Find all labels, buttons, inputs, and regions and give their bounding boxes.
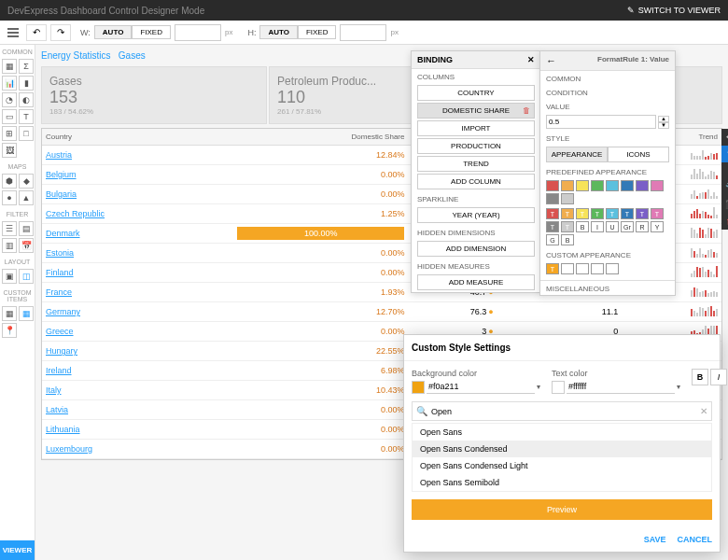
font-search-input[interactable] bbox=[431, 407, 696, 416]
sb-card-icon[interactable]: ▭ bbox=[2, 109, 17, 124]
swatch[interactable] bbox=[546, 193, 559, 204]
tab-appearance[interactable]: APPEARANCE bbox=[546, 147, 608, 162]
tab-icons[interactable]: ICONS bbox=[608, 147, 669, 162]
close-icon[interactable]: ✕ bbox=[527, 55, 535, 64]
sb-map1-icon[interactable]: ⬢ bbox=[2, 174, 17, 189]
tc-swatch[interactable] bbox=[552, 381, 565, 394]
add-dim-button[interactable]: ADD DIMENSION bbox=[417, 241, 535, 257]
bg-input[interactable] bbox=[427, 380, 535, 394]
undo-button[interactable]: ↶ bbox=[26, 24, 47, 41]
menu-icon[interactable] bbox=[4, 24, 22, 41]
width-mode[interactable]: AUTO FIXED bbox=[94, 25, 171, 39]
binding-item[interactable]: IMPORT bbox=[417, 120, 535, 136]
gt-sort-icon[interactable]: ↕ bbox=[721, 162, 728, 179]
redo-button[interactable]: ↷ bbox=[50, 24, 71, 41]
clear-icon[interactable]: ✕ bbox=[700, 406, 707, 416]
font-option[interactable]: Open Sans Condensed Light bbox=[413, 457, 711, 474]
swatch[interactable]: T bbox=[576, 208, 589, 219]
step-up[interactable]: ▲ bbox=[658, 116, 669, 122]
col-header[interactable]: Country bbox=[42, 129, 233, 146]
binding-item[interactable]: TREND bbox=[417, 156, 535, 172]
custom-swatch[interactable]: T bbox=[546, 263, 559, 274]
sb-img-icon[interactable]: 🖼 bbox=[2, 143, 17, 158]
swatch[interactable] bbox=[561, 193, 574, 204]
sb-c3-icon[interactable]: 📍 bbox=[2, 323, 17, 338]
sb-sigma-icon[interactable]: Σ bbox=[19, 59, 34, 74]
text-swatch[interactable]: Y bbox=[651, 221, 664, 232]
binding-item[interactable]: PRODUCTION bbox=[417, 138, 535, 154]
sb-l2-icon[interactable]: ◫ bbox=[19, 269, 34, 284]
swatch[interactable] bbox=[651, 180, 664, 191]
dropdown-icon[interactable]: ▾ bbox=[537, 383, 540, 391]
swatch[interactable] bbox=[591, 180, 604, 191]
italic-button[interactable]: I bbox=[710, 369, 727, 385]
cancel-button[interactable]: CANCEL bbox=[678, 535, 713, 544]
empty-swatch[interactable] bbox=[606, 263, 619, 274]
text-swatch[interactable]: G bbox=[546, 234, 559, 245]
gt-del2-icon[interactable]: 🗑 bbox=[721, 213, 728, 230]
add-measure-button[interactable]: ADD MEASURE bbox=[417, 274, 535, 290]
sb-pie-icon[interactable]: ◔ bbox=[2, 92, 17, 107]
kpi-card[interactable]: Gases153183 / 54.62% bbox=[41, 66, 267, 124]
sb-map4-icon[interactable]: ▲ bbox=[19, 190, 34, 205]
swatch[interactable]: T bbox=[546, 221, 559, 232]
text-swatch[interactable]: Gr bbox=[621, 221, 634, 232]
text-swatch[interactable]: B bbox=[576, 221, 589, 232]
empty-swatch[interactable] bbox=[561, 263, 574, 274]
text-swatch[interactable]: B bbox=[561, 234, 574, 245]
bold-button[interactable]: B bbox=[692, 369, 708, 385]
empty-swatch[interactable] bbox=[576, 263, 589, 274]
height-input[interactable] bbox=[340, 24, 386, 41]
back-icon[interactable]: ← bbox=[546, 55, 556, 66]
swatch[interactable]: T bbox=[561, 221, 574, 232]
step-down[interactable]: ▼ bbox=[658, 122, 669, 129]
binding-item[interactable]: COUNTRY bbox=[417, 85, 535, 101]
swatch[interactable] bbox=[561, 180, 574, 191]
sb-f2-icon[interactable]: ▤ bbox=[19, 221, 34, 236]
dropdown-icon[interactable]: ▾ bbox=[677, 383, 680, 391]
bg-swatch[interactable] bbox=[412, 381, 425, 394]
sb-f1-icon[interactable]: ☰ bbox=[2, 221, 17, 236]
sb-l1-icon[interactable]: ▣ bbox=[2, 269, 17, 284]
swatch[interactable]: T bbox=[651, 208, 664, 219]
sb-gauge-icon[interactable]: ◐ bbox=[19, 92, 34, 107]
sb-bar-icon[interactable]: 📊 bbox=[2, 76, 17, 91]
swatch[interactable]: T bbox=[561, 208, 574, 219]
swatch[interactable] bbox=[621, 180, 634, 191]
sb-chart-icon[interactable]: ▮ bbox=[19, 76, 34, 91]
save-button[interactable]: SAVE bbox=[644, 535, 666, 544]
sb-f4-icon[interactable]: 📅 bbox=[19, 238, 34, 253]
sb-map3-icon[interactable]: ● bbox=[2, 190, 17, 205]
text-swatch[interactable]: R bbox=[636, 221, 649, 232]
sb-tree-icon[interactable]: ⊞ bbox=[2, 126, 17, 141]
swatch[interactable]: T bbox=[606, 208, 619, 219]
width-input[interactable] bbox=[175, 24, 221, 41]
switch-to-viewer-button[interactable]: ✎ SWITCH TO VIEWER bbox=[627, 6, 721, 15]
font-option[interactable]: Open Sans Condensed bbox=[413, 441, 711, 457]
text-swatch[interactable]: U bbox=[606, 221, 619, 232]
swatch[interactable] bbox=[546, 180, 559, 191]
swatch[interactable]: T bbox=[621, 208, 634, 219]
swatch[interactable] bbox=[576, 180, 589, 191]
swatch[interactable]: T bbox=[546, 208, 559, 219]
height-mode[interactable]: AUTO FIXED bbox=[259, 25, 336, 39]
gt-move-icon[interactable]: ✥ bbox=[721, 129, 728, 146]
font-option[interactable]: Open Sans Semibold bbox=[413, 474, 711, 491]
swatch[interactable]: T bbox=[591, 208, 604, 219]
sb-f3-icon[interactable]: ▥ bbox=[2, 238, 17, 253]
sb-c2-icon[interactable]: ▦ bbox=[19, 306, 34, 321]
gt-del-icon[interactable]: ⬛ bbox=[721, 196, 728, 213]
swatch[interactable] bbox=[636, 180, 649, 191]
year-button[interactable]: YEAR (YEAR) bbox=[417, 207, 535, 223]
swatch[interactable] bbox=[606, 180, 619, 191]
sb-map2-icon[interactable]: ◆ bbox=[19, 174, 34, 189]
gt-filter-icon[interactable]: ▼ bbox=[721, 146, 728, 162]
add-column-button[interactable]: ADD COLUMN bbox=[417, 174, 535, 189]
sb-c1-icon[interactable]: ▦ bbox=[2, 306, 17, 321]
font-search[interactable]: 🔍 ✕ bbox=[412, 401, 712, 421]
sb-box-icon[interactable]: □ bbox=[19, 126, 34, 141]
sb-grid-icon[interactable]: ▦ bbox=[2, 59, 17, 74]
value-input[interactable] bbox=[546, 115, 656, 129]
viewer-button[interactable]: VIEWER bbox=[0, 540, 35, 560]
table-row[interactable]: Germany12.70%76.3●11.1 bbox=[42, 302, 721, 322]
